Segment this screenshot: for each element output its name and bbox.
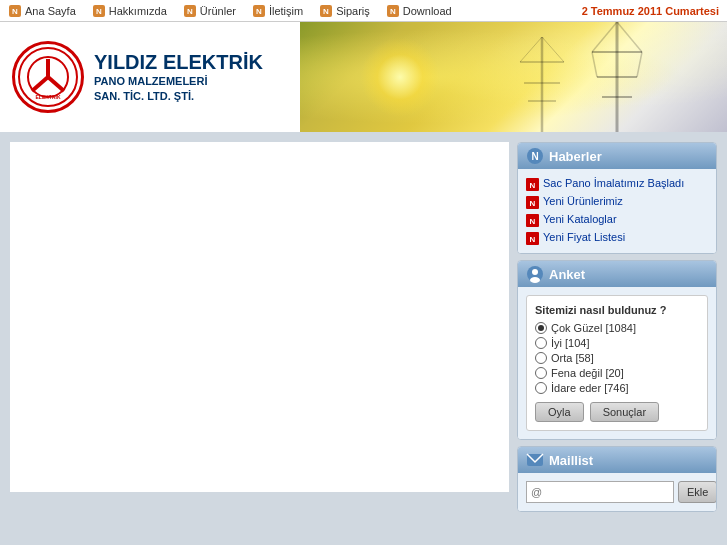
logo-area: ELEKTRİK YILDIZ ELEKTRİK PANO MALZEMELER…: [0, 22, 300, 132]
svg-line-22: [617, 22, 642, 52]
news-item-icon-2: N: [526, 214, 539, 227]
anket-radio-3[interactable]: [535, 367, 547, 379]
anket-option-0[interactable]: Çok Güzel [1084]: [535, 322, 699, 334]
anket-buttons: Oyla Sonuçlar: [535, 402, 699, 422]
maillist-header: Maillist: [518, 447, 716, 473]
logo-svg: ELEKTRİK: [24, 53, 72, 101]
nav-about-label: Hakkımızda: [109, 5, 167, 17]
tower-svg-2: [517, 37, 567, 132]
about-nav-icon: N: [92, 4, 106, 18]
products-nav-icon: N: [183, 4, 197, 18]
anket-radio-2[interactable]: [535, 352, 547, 364]
svg-text:N: N: [530, 199, 536, 208]
results-button[interactable]: Sonuçlar: [590, 402, 659, 422]
svg-line-23: [592, 52, 597, 77]
svg-text:N: N: [12, 7, 18, 16]
news-header-icon: N: [526, 147, 544, 165]
anket-option-label-4: İdare eder [746]: [551, 382, 629, 394]
banner-image: [300, 22, 727, 132]
anket-body: Sitemizi nasıl buldunuz ? Çok Güzel [108…: [518, 287, 716, 439]
news-item-icon-1: N: [526, 196, 539, 209]
maillist-body: Ekle: [518, 473, 716, 511]
anket-option-2[interactable]: Orta [58]: [535, 352, 699, 364]
svg-text:N: N: [530, 235, 536, 244]
anket-radio-0[interactable]: [535, 322, 547, 334]
anket-box: Anket Sitemizi nasıl buldunuz ? Çok Güze…: [517, 260, 717, 440]
anket-header-icon: [526, 265, 544, 283]
maillist-title: Maillist: [549, 453, 593, 468]
nav-home[interactable]: N Ana Sayfa: [8, 4, 76, 18]
anket-option-label-0: Çok Güzel [1084]: [551, 322, 636, 334]
logo-subtitle-1: PANO MALZEMELERİ: [94, 74, 263, 89]
maillist-header-icon: [526, 451, 544, 469]
news-item-label-0: Sac Pano İmalatımız Başladı: [543, 177, 684, 189]
svg-text:N: N: [530, 217, 536, 226]
anket-title: Anket: [549, 267, 585, 282]
contact-nav-icon: N: [252, 4, 266, 18]
nav-order[interactable]: N Sipariş: [319, 4, 370, 18]
nav-download-label: Download: [403, 5, 452, 17]
mail-add-button[interactable]: Ekle: [678, 481, 717, 503]
anket-option-3[interactable]: Fena değil [20]: [535, 367, 699, 379]
logo-subtitle-2: SAN. TİC. LTD. ŞTİ.: [94, 89, 263, 104]
svg-text:N: N: [96, 7, 102, 16]
site-header: ELEKTRİK YILDIZ ELEKTRİK PANO MALZEMELER…: [0, 22, 727, 132]
anket-inner: Sitemizi nasıl buldunuz ? Çok Güzel [108…: [526, 295, 708, 431]
svg-line-29: [520, 37, 542, 62]
nav-order-label: Sipariş: [336, 5, 370, 17]
svg-text:N: N: [323, 7, 329, 16]
anket-option-label-1: İyi [104]: [551, 337, 590, 349]
mail-input[interactable]: [526, 481, 674, 503]
news-box: N Haberler N Sac Pano İmalatımız Başladı…: [517, 142, 717, 254]
svg-line-21: [592, 22, 617, 52]
nav-products[interactable]: N Ürünler: [183, 4, 236, 18]
svg-line-13: [32, 77, 48, 91]
news-item-3[interactable]: N Yeni Fiyat Listesi: [526, 229, 708, 247]
news-item-label-1: Yeni Ürünlerimiz: [543, 195, 623, 207]
main-content: N Haberler N Sac Pano İmalatımız Başladı…: [0, 132, 727, 522]
anket-option-1[interactable]: İyi [104]: [535, 337, 699, 349]
svg-line-14: [48, 77, 64, 91]
anket-option-label-2: Orta [58]: [551, 352, 594, 364]
svg-line-24: [637, 52, 642, 77]
news-item-1[interactable]: N Yeni Ürünlerimiz: [526, 193, 708, 211]
nav-products-label: Ürünler: [200, 5, 236, 17]
tower-svg-1: [587, 22, 647, 132]
logo-text-area: YILDIZ ELEKTRİK PANO MALZEMELERİ SAN. Tİ…: [94, 50, 263, 105]
svg-point-43: [530, 277, 540, 283]
news-item-icon-3: N: [526, 232, 539, 245]
news-title: Haberler: [549, 149, 602, 164]
page-content: [10, 142, 509, 492]
nav-links: N Ana Sayfa N Hakkımızda N Ürünler N İle…: [8, 4, 452, 18]
anket-header: Anket: [518, 261, 716, 287]
news-item-icon-0: N: [526, 178, 539, 191]
news-header: N Haberler: [518, 143, 716, 169]
svg-text:ELEKTRİK: ELEKTRİK: [36, 94, 61, 100]
anket-radio-1[interactable]: [535, 337, 547, 349]
news-item-2[interactable]: N Yeni Kataloglar: [526, 211, 708, 229]
logo-title: YILDIZ ELEKTRİK: [94, 50, 263, 74]
svg-text:N: N: [531, 151, 538, 162]
maillist-box: Maillist Ekle: [517, 446, 717, 512]
svg-line-30: [542, 37, 564, 62]
light-glow: [360, 37, 440, 117]
top-navigation: N Ana Sayfa N Hakkımızda N Ürünler N İle…: [0, 0, 727, 22]
news-item-0[interactable]: N Sac Pano İmalatımız Başladı: [526, 175, 708, 193]
vote-button[interactable]: Oyla: [535, 402, 584, 422]
anket-option-4[interactable]: İdare eder [746]: [535, 382, 699, 394]
news-body: N Sac Pano İmalatımız Başladı N Yeni Ürü…: [518, 169, 716, 253]
logo-circle: ELEKTRİK: [12, 41, 84, 113]
date-display: 2 Temmuz 2011 Cumartesi: [582, 5, 719, 17]
nav-contact[interactable]: N İletişim: [252, 4, 303, 18]
nav-contact-label: İletişim: [269, 5, 303, 17]
anket-radio-4[interactable]: [535, 382, 547, 394]
news-item-label-3: Yeni Fiyat Listesi: [543, 231, 625, 243]
nav-about[interactable]: N Hakkımızda: [92, 4, 167, 18]
nav-home-label: Ana Sayfa: [25, 5, 76, 17]
svg-text:N: N: [256, 7, 262, 16]
download-nav-icon: N: [386, 4, 400, 18]
nav-download[interactable]: N Download: [386, 4, 452, 18]
svg-point-42: [532, 269, 538, 275]
svg-text:N: N: [187, 7, 193, 16]
order-nav-icon: N: [319, 4, 333, 18]
